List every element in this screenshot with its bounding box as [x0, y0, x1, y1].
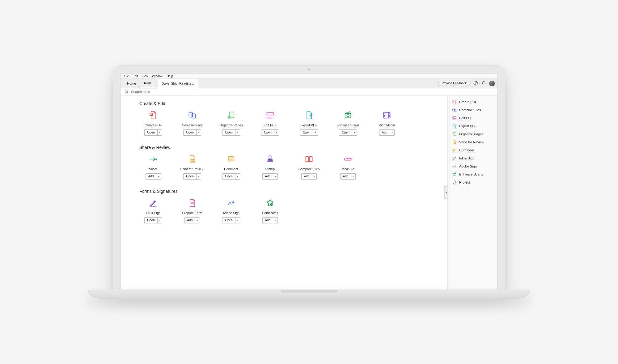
chevron-down-icon[interactable]: ▾ — [156, 174, 161, 179]
sidebar-item-adobe-sign[interactable]: Adobe Sign — [448, 162, 497, 170]
sidebar-item-create-pdf[interactable]: Create PDF — [448, 98, 497, 106]
tool-action-button[interactable]: Open▾ — [300, 129, 318, 136]
tool-action-label[interactable]: Add — [146, 174, 157, 179]
help-icon[interactable] — [473, 81, 478, 86]
tool-action-button[interactable]: Add▾ — [146, 173, 161, 180]
notification-bell-icon[interactable] — [481, 81, 486, 86]
menu-bar: File Edit View Window Help — [121, 74, 497, 79]
menu-help[interactable]: Help — [167, 74, 173, 78]
tool-action-label[interactable]: Open — [222, 130, 235, 135]
chevron-down-icon[interactable]: ▾ — [197, 130, 201, 135]
sidebar-item-fill-sign[interactable]: Fill & Sign — [448, 154, 497, 162]
tool-action-label[interactable]: Add — [379, 130, 390, 135]
tool-action-button[interactable]: Open▾ — [339, 129, 357, 136]
tool-action-label[interactable]: Open — [184, 174, 196, 179]
tool-action-label[interactable]: Open — [222, 174, 235, 179]
menu-window[interactable]: Window — [152, 74, 163, 78]
tool-prepare-form[interactable]: Prepare FormAdd▾ — [178, 198, 206, 223]
menu-view[interactable]: View — [142, 74, 148, 78]
tool-action-button[interactable]: Open▾ — [222, 217, 240, 223]
tool-measure[interactable]: MeasureAdd▾ — [334, 154, 362, 180]
user-avatar[interactable] — [489, 81, 495, 86]
tool-stamp[interactable]: StampAdd▾ — [256, 154, 284, 180]
tool-comment[interactable]: CommentOpen▾ — [217, 154, 245, 180]
chevron-down-icon[interactable]: ▾ — [390, 130, 394, 135]
tool-adobe-sign[interactable]: Adobe SignOpen▾ — [217, 198, 245, 223]
tool-rich-media[interactable]: Rich MediaAdd▾ — [373, 110, 401, 136]
sidebar-item-comment[interactable]: Comment — [448, 146, 497, 154]
tool-action-label[interactable]: Add — [185, 218, 196, 223]
tool-send-review[interactable]: Send for ReviewOpen▾ — [178, 154, 206, 180]
export-pdf-icon — [452, 124, 457, 129]
chevron-down-icon[interactable]: ▾ — [312, 174, 316, 179]
tab-tools[interactable]: Tools — [140, 78, 155, 88]
tool-fill-sign[interactable]: Fill & SignOpen▾ — [139, 198, 167, 223]
tool-action-label[interactable]: Add — [341, 174, 351, 179]
tool-action-label[interactable]: Add — [263, 218, 273, 223]
menu-edit[interactable]: Edit — [133, 74, 138, 78]
tool-action-button[interactable]: Add▾ — [379, 129, 395, 136]
tool-action-button[interactable]: Open▾ — [183, 173, 201, 180]
sidebar-item-enhance-scans[interactable]: Enhance Scans — [448, 170, 497, 178]
tool-action-label[interactable]: Add — [263, 174, 273, 179]
tool-edit-pdf[interactable]: Edit PDFOpen▾ — [256, 110, 284, 136]
collapse-sidebar-handle[interactable]: ◀ — [444, 186, 447, 199]
tool-create-pdf[interactable]: Create PDFOpen▾ — [139, 110, 167, 136]
chevron-down-icon[interactable]: ▾ — [273, 174, 277, 179]
tool-action-button[interactable]: Open▾ — [222, 173, 240, 180]
tool-action-button[interactable]: Add▾ — [301, 173, 317, 180]
sidebar-item-organize-pages[interactable]: Organize Pages — [448, 130, 497, 138]
chevron-down-icon[interactable]: ▾ — [197, 174, 201, 179]
sidebar-item-edit-pdf[interactable]: Edit PDF — [448, 114, 497, 122]
sidebar-item-protect[interactable]: Protect — [448, 178, 497, 186]
tool-action-label[interactable]: Open — [261, 130, 274, 135]
tool-action-button[interactable]: Add▾ — [340, 173, 356, 180]
tab-home[interactable]: Home — [123, 79, 140, 88]
tool-enhance-scans[interactable]: Enhance ScansOpen▾ — [334, 110, 362, 136]
tool-action-button[interactable]: Open▾ — [222, 129, 240, 136]
tool-action-label[interactable]: Open — [145, 218, 157, 223]
tool-export-pdf[interactable]: Export PDFOpen▾ — [295, 110, 323, 136]
tool-certificates[interactable]: CertificatesAdd▾ — [256, 198, 284, 223]
chevron-down-icon[interactable]: ▾ — [274, 130, 279, 135]
tool-action-label[interactable]: Open — [184, 130, 196, 135]
chevron-down-icon[interactable]: ▾ — [158, 218, 162, 223]
tool-action-button[interactable]: Add▾ — [262, 217, 278, 223]
sidebar-item-send-review[interactable]: Send for Review — [448, 138, 497, 146]
svg-rect-54 — [453, 173, 456, 176]
chevron-down-icon[interactable]: ▾ — [158, 130, 162, 135]
tool-organize-pages[interactable]: Organize PagesOpen▾ — [217, 110, 245, 136]
tool-action-button[interactable]: Open▾ — [144, 129, 162, 136]
chevron-down-icon[interactable]: ▾ — [351, 174, 355, 179]
chevron-down-icon[interactable]: ▾ — [195, 218, 200, 223]
tool-action-label[interactable]: Open — [145, 130, 157, 135]
fill-sign-icon — [452, 156, 457, 161]
chevron-down-icon[interactable]: ▾ — [235, 174, 240, 179]
chevron-down-icon[interactable]: ▾ — [235, 218, 240, 223]
tool-action-button[interactable]: Add▾ — [262, 173, 278, 180]
tool-action-button[interactable]: Open▾ — [261, 129, 279, 136]
tool-share[interactable]: ShareAdd▾ — [139, 154, 167, 180]
search-input[interactable] — [131, 90, 193, 94]
menu-file[interactable]: File — [124, 74, 129, 78]
tool-compare-files[interactable]: Compare FilesAdd▾ — [295, 154, 323, 180]
tool-combine-files[interactable]: Combine FilesOpen▾ — [178, 110, 206, 136]
tool-action-label[interactable]: Open — [300, 130, 313, 135]
chevron-down-icon[interactable]: ▾ — [313, 130, 318, 135]
provide-feedback-button[interactable]: Provide Feedback — [438, 81, 470, 86]
tool-action-button[interactable]: Add▾ — [184, 217, 200, 223]
tab-document[interactable]: Duke_Ship_Readine... — [158, 79, 198, 88]
tool-action-button[interactable]: Open▾ — [183, 129, 201, 136]
sidebar-item-export-pdf[interactable]: Export PDF — [448, 122, 497, 130]
tool-action-button[interactable]: Open▾ — [144, 217, 162, 223]
tool-action-label[interactable]: Open — [339, 130, 352, 135]
tool-label: Rich Media — [379, 123, 395, 127]
chevron-down-icon[interactable]: ▾ — [352, 130, 357, 135]
tool-action-label[interactable]: Add — [302, 174, 312, 179]
sidebar-item-combine-files[interactable]: Combine Files — [448, 106, 497, 114]
chevron-down-icon[interactable]: ▾ — [235, 130, 240, 135]
chevron-down-icon[interactable]: ▾ — [273, 218, 277, 223]
svg-line-3 — [127, 92, 128, 93]
tool-action-label[interactable]: Open — [222, 218, 235, 223]
svg-rect-49 — [454, 142, 455, 144]
